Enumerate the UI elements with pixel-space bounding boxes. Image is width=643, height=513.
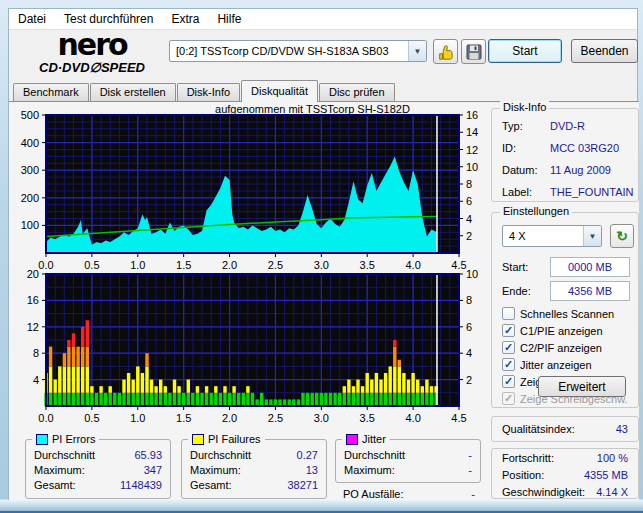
tab-disk-info[interactable]: Disk-Info — [177, 83, 240, 102]
cd-dvd-speed-logo-text: CD·DVD∅SPEED — [17, 61, 167, 74]
nero-logo-text: nero — [17, 30, 167, 60]
svg-text:10: 10 — [466, 270, 478, 280]
app-window: Datei Test durchführen Extra Hilfe nero … — [0, 0, 643, 513]
progress-box: Fortschritt:100 % Position:4355 MB Gesch… — [491, 448, 639, 499]
menu-item-datei[interactable]: Datei — [9, 10, 55, 28]
svg-text:3.0: 3.0 — [314, 412, 329, 424]
checkbox-c2-pif-anzeigen[interactable]: ✓C2/PIF anzeigen — [502, 340, 602, 355]
svg-text:200: 200 — [21, 192, 39, 204]
pi-failures-maximum: 13 — [306, 463, 318, 478]
svg-text:6: 6 — [466, 321, 472, 333]
quit-button[interactable]: Beenden — [571, 39, 638, 63]
drive-selector[interactable]: [0:2] TSSTcorp CD/DVDW SH-S183A SB03 ▼ — [169, 40, 427, 62]
refresh-button[interactable]: ↻ — [610, 224, 634, 248]
quality-index-box: Qualitätsindex: 43 — [491, 416, 639, 442]
start-button[interactable]: Start — [488, 39, 562, 63]
pi-errors-average: 65.93 — [134, 448, 162, 463]
start-button-label: Start — [512, 44, 537, 58]
checkbox-icon: ✓ — [502, 324, 515, 337]
options-button[interactable] — [433, 39, 458, 64]
pi-failures-average: 0.27 — [297, 448, 318, 463]
menu-item-hilfe[interactable]: Hilfe — [208, 10, 250, 28]
svg-text:16: 16 — [27, 294, 39, 306]
svg-text:4.5: 4.5 — [451, 412, 466, 424]
speed-selector[interactable]: 4 X ▼ — [502, 225, 602, 247]
svg-text:10: 10 — [466, 161, 478, 173]
pi-errors-stats-title: PI Errors — [52, 433, 95, 445]
svg-text:2.5: 2.5 — [268, 412, 283, 424]
jitter-stats-box: Jitter Durchschnitt- Maximum:- — [335, 439, 481, 483]
start-field[interactable]: 0000 MB — [550, 257, 630, 277]
tab-disk-erstellen[interactable]: Disk erstellen — [90, 83, 176, 102]
advanced-button[interactable]: Erweitert — [538, 376, 626, 397]
checkbox-c1-pie-anzeigen[interactable]: ✓C1/PIE anzeigen — [502, 323, 603, 338]
pi-failures-chart: 481216202468100.00.51.01.52.02.53.03.54.… — [11, 270, 489, 428]
position-value: 4355 MB — [584, 467, 628, 484]
tab-strip: Benchmark Disk erstellen Disk-Info Diskq… — [13, 81, 396, 102]
tab-diskqualitaet[interactable]: Diskqualität — [241, 80, 318, 102]
menu-item-extra[interactable]: Extra — [162, 10, 208, 28]
svg-text:20: 20 — [27, 270, 39, 280]
nero-logo: nero CD·DVD∅SPEED — [17, 30, 167, 74]
svg-text:4: 4 — [466, 347, 472, 359]
pi-failures-stats-title: PI Failures — [208, 433, 261, 445]
svg-text:0.0: 0.0 — [38, 412, 53, 424]
end-field[interactable]: 4356 MB — [550, 281, 630, 301]
pi-failures-total: 38271 — [287, 478, 318, 493]
speed-value: 4.14 X — [596, 484, 628, 501]
drive-selector-value: [0:2] TSSTcorp CD/DVDW SH-S183A SB03 — [176, 45, 389, 57]
chevron-down-icon[interactable]: ▼ — [583, 226, 601, 246]
checkbox-jitter-anzeigen[interactable]: ✓Jitter anzeigen — [502, 357, 592, 372]
svg-text:16: 16 — [466, 109, 478, 121]
advanced-button-label: Erweitert — [558, 380, 605, 394]
jitter-maximum: - — [468, 463, 472, 478]
menu-item-test-durchfuehren[interactable]: Test durchführen — [55, 10, 162, 28]
quality-index-label: Qualitätsindex: — [502, 423, 575, 435]
svg-text:8: 8 — [466, 294, 472, 306]
svg-text:4: 4 — [466, 213, 472, 225]
svg-text:500: 500 — [21, 109, 39, 121]
disk-label-value: THE_FOUNTAIN — [550, 181, 634, 203]
svg-text:3.5: 3.5 — [360, 412, 375, 424]
checkbox-icon: ✓ — [502, 392, 515, 405]
refresh-icon: ↻ — [616, 228, 628, 244]
pi-errors-swatch — [36, 434, 48, 445]
disk-info-box: Disk-Info Typ:DVD-R ID:MCC 03RG20 Datum:… — [491, 108, 639, 202]
pi-errors-total: 1148439 — [120, 478, 162, 493]
svg-text:2: 2 — [466, 230, 472, 242]
svg-text:4.0: 4.0 — [405, 412, 420, 424]
chevron-down-icon[interactable]: ▼ — [408, 41, 426, 61]
svg-text:2.0: 2.0 — [222, 412, 237, 424]
disk-id-value: MCC 03RG20 — [550, 137, 619, 159]
disk-info-title: Disk-Info — [500, 101, 549, 113]
svg-text:0.5: 0.5 — [84, 412, 99, 424]
settings-box: Einstellungen 4 X ▼ ↻ Start: 0000 MB End… — [491, 212, 639, 408]
pi-errors-maximum: 347 — [144, 463, 162, 478]
quality-index-value: 43 — [616, 423, 628, 435]
svg-text:6: 6 — [466, 195, 472, 207]
svg-text:12: 12 — [27, 321, 39, 333]
svg-text:2: 2 — [466, 374, 472, 386]
save-icon — [466, 44, 482, 60]
svg-text:8: 8 — [466, 178, 472, 190]
start-field-label: Start: — [502, 261, 528, 273]
svg-text:400: 400 — [21, 137, 39, 149]
svg-text:300: 300 — [21, 164, 39, 176]
disk-date-value: 11 Aug 2009 — [550, 159, 611, 181]
pi-errors-chart: 1002003004005002468101214160.00.51.01.52… — [11, 107, 489, 271]
thumbs-up-icon — [437, 43, 455, 61]
pi-failures-stats-box: PI Failures Durchschnitt0.27 Maximum:13 … — [181, 439, 327, 499]
save-button[interactable] — [461, 39, 486, 64]
client-area: Datei Test durchführen Extra Hilfe nero … — [8, 8, 638, 500]
svg-text:14: 14 — [466, 126, 478, 138]
svg-text:8: 8 — [33, 347, 39, 359]
svg-text:4: 4 — [33, 374, 39, 386]
tab-disc-pruefen[interactable]: Disc prüfen — [319, 83, 395, 102]
checkbox-schnelles-scannen[interactable]: Schnelles Scannen — [502, 306, 614, 321]
jitter-stats-title: Jitter — [362, 433, 386, 445]
speed-selector-value: 4 X — [509, 230, 526, 242]
tab-benchmark[interactable]: Benchmark — [13, 83, 89, 102]
progress-value: 100 % — [597, 450, 628, 467]
checkbox-icon: ✓ — [502, 358, 515, 371]
checkbox-icon — [502, 307, 515, 320]
